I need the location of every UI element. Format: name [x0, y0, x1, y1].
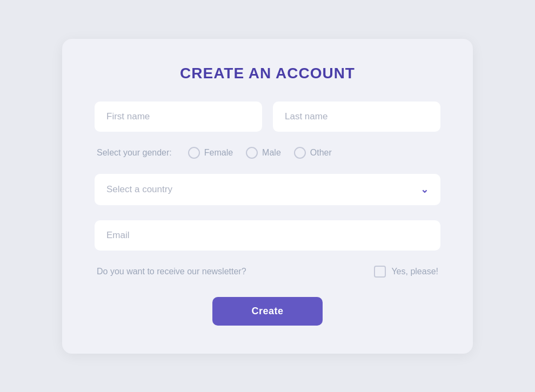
email-wrapper — [95, 220, 440, 251]
country-select[interactable]: Select a country ⌄ — [95, 174, 440, 205]
first-name-input[interactable] — [95, 102, 262, 132]
first-name-wrapper — [95, 102, 262, 132]
newsletter-question: Do you want to receive our newsletter? — [97, 267, 365, 276]
newsletter-checkbox-text: Yes, please! — [391, 267, 438, 276]
page-title: CREATE AN ACCOUNT — [95, 65, 440, 82]
newsletter-row: Do you want to receive our newsletter? Y… — [95, 266, 440, 278]
newsletter-checkbox-label[interactable]: Yes, please! — [374, 266, 438, 278]
chevron-down-icon: ⌄ — [420, 184, 429, 195]
gender-label: Select your gender: — [97, 148, 172, 158]
email-input[interactable] — [95, 220, 440, 251]
create-button[interactable]: Create — [212, 297, 322, 326]
gender-other-radio[interactable] — [294, 147, 306, 159]
gender-female-radio[interactable] — [188, 147, 200, 159]
gender-male-label: Male — [262, 148, 281, 158]
gender-female-label: Female — [204, 148, 233, 158]
create-account-card: CREATE AN ACCOUNT Select your gender: Fe… — [62, 39, 473, 354]
gender-other-option[interactable]: Other — [294, 147, 332, 159]
gender-male-option[interactable]: Male — [246, 147, 281, 159]
newsletter-checkbox[interactable] — [374, 266, 386, 278]
gender-male-radio[interactable] — [246, 147, 258, 159]
gender-options: Female Male Other — [188, 147, 332, 159]
last-name-input[interactable] — [273, 102, 440, 132]
country-placeholder: Select a country — [106, 184, 172, 195]
name-row — [95, 102, 440, 132]
create-btn-wrapper: Create — [95, 297, 440, 326]
gender-row: Select your gender: Female Male Other — [95, 147, 440, 159]
gender-other-label: Other — [310, 148, 332, 158]
gender-female-option[interactable]: Female — [188, 147, 233, 159]
last-name-wrapper — [273, 102, 440, 132]
